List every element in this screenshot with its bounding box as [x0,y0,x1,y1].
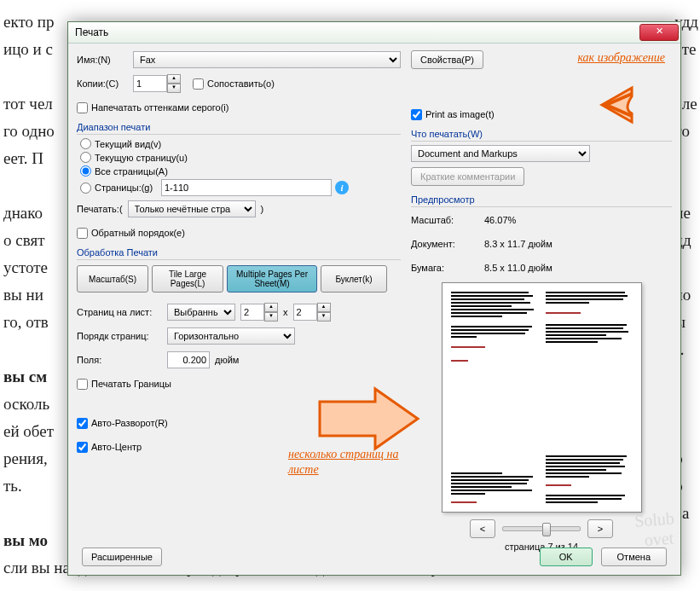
copies-input[interactable] [133,75,167,92]
advanced-button[interactable]: Расширенные [82,548,162,566]
grayscale-label: Напечатать оттенками серого(i) [91,102,229,113]
ok-button[interactable]: OK [540,548,593,566]
preview-group-title: Предпросмотр [411,194,672,207]
what-select[interactable]: Document and Markups [411,145,590,162]
tab-booklet[interactable]: Буклет(k) [321,265,387,293]
close-button[interactable]: ✕ [639,24,679,41]
range-group-title: Диапазон печати [77,122,401,135]
pp-cols-input[interactable] [240,304,264,321]
range-view-radio[interactable] [80,138,91,149]
dialog-title: Печать [75,26,639,38]
collate-label: Сопоставить(o) [207,78,275,89]
auto-rotate-checkbox[interactable] [77,418,88,429]
range-all-radio[interactable] [80,165,91,177]
spin-up[interactable]: ▲ [167,74,181,84]
name-label: Имя:(N) [77,55,128,65]
spin-down[interactable]: ▼ [167,84,181,93]
print-as-image-checkbox[interactable] [411,109,422,120]
printer-select[interactable]: Fax [133,51,401,68]
print-border-checkbox[interactable] [77,379,88,390]
margins-input[interactable] [167,351,210,368]
auto-center-checkbox[interactable] [77,442,88,453]
preview-thumbnail [442,282,642,513]
copies-label: Копии:(C) [77,78,128,89]
preview-prev-button[interactable]: < [470,519,495,538]
tab-tile[interactable]: Tile Large Pages(L) [152,265,223,293]
brief-comments-button[interactable]: Краткие комментарии [411,167,524,186]
cancel-button[interactable]: Отмена [601,548,667,566]
what-group-title: Что печатать(W) [411,129,672,142]
range-pages-radio[interactable] [80,183,91,194]
margins-label: Поля: [77,355,162,365]
arrow-icon-1 [559,84,636,126]
pages-input[interactable] [161,179,332,196]
range-current-radio[interactable] [80,152,91,163]
collate-checkbox[interactable] [193,78,204,90]
pp-rows-input[interactable] [293,304,317,321]
paper-size: 8.5 x 11.0 дюйм [484,263,552,273]
document-size: 8.3 x 11.7 дюйм [484,239,552,249]
pages-per-sheet-select[interactable]: Выбранные [167,304,235,321]
print-dialog: Печать ✕ Имя:(N) Fax Копии:(C) ▲▼ Сопост… [67,21,681,576]
preview-next-button[interactable]: > [587,519,613,538]
handling-group-title: Обработка Печати [77,247,401,260]
arrow-icon-2 [315,385,426,453]
grayscale-checkbox[interactable] [77,102,88,113]
tab-scale[interactable]: Масштаб(S) [77,265,148,293]
margins-unit: дюйм [215,355,239,365]
annotation-image: как изображение [577,51,665,65]
tab-multiple-pages[interactable]: Multiple Pages Per Sheet(M) [227,265,317,293]
reverse-checkbox[interactable] [77,228,88,239]
properties-button[interactable]: Свойства(P) [411,50,483,69]
scale-value: 46.07% [484,215,516,225]
info-icon[interactable]: i [335,181,349,194]
pages-per-sheet-label: Страниц на лист: [77,307,162,317]
subset-select[interactable]: Только нечётные стра [128,200,256,217]
subset-label: Печатать:( [77,204,123,214]
page-order-label: Порядк страниц: [77,331,162,341]
preview-slider[interactable] [502,526,581,531]
titlebar[interactable]: Печать ✕ [68,22,680,43]
page-order-select[interactable]: Горизонтально [167,327,295,345]
